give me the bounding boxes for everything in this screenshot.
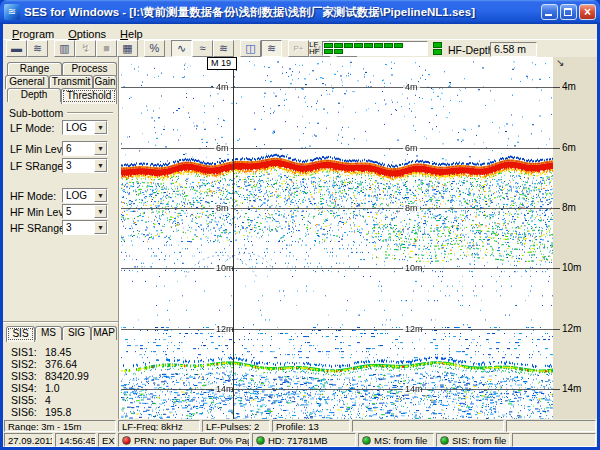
view-hf-button[interactable]: ≈ [192,40,213,57]
survey-stop-icon: ▬ [11,43,22,54]
combo-lf-mode[interactable]: LOG▼ [62,120,108,135]
hf-level-bar [324,49,426,54]
close-button[interactable]: × [579,4,596,20]
event-marker-label: M 19 [207,57,237,70]
sound-button[interactable]: ≋ [213,40,234,57]
sis-row-value: 1.0 [45,382,60,394]
status-text: LF-Freq: 8kHz [122,421,183,432]
tab-sig[interactable]: SIG [62,326,91,340]
split-view-button[interactable]: ◫ [240,40,261,57]
chevron-down-icon[interactable]: ▼ [94,189,107,202]
tab-sis[interactable]: SIS [6,326,35,342]
status-cell-empty [506,420,596,432]
tab-transmit[interactable]: Transmit [49,75,93,89]
level-led [334,43,343,48]
panel-divider [3,321,118,323]
app-icon: ≋ [4,4,20,20]
status-cell: Range: 3m - 15m [4,420,116,432]
sis-row-value: 18.45 [45,346,71,358]
depth-tick-label: 12m [562,323,581,334]
depth-tick [553,148,560,149]
combo-lf-min-level[interactable]: 6▼ [62,141,108,156]
depth-tick-label: 10m [562,262,581,273]
minimize-button[interactable] [541,4,558,20]
status-bar-1: Range: 3m - 15mLF-Freq: 8kHzLF-Pulses: 2… [3,420,597,432]
status-cell: LF-Freq: 8kHz [118,420,200,432]
survey-stop-button[interactable]: ▬ [6,40,27,57]
status-text: Range: 3m - 15m [8,421,81,432]
tab-map[interactable]: MAP [91,326,117,340]
trigger-button: ↯ [75,40,96,57]
depth-tick-label: 8m [562,202,576,213]
hf-label: HF [309,48,320,55]
open-file-button[interactable]: ▥ [54,40,75,57]
echo-record-icon: ≋ [33,43,42,54]
chevron-down-icon[interactable]: ▼ [94,221,107,234]
combo-hf-min-level[interactable]: 5▼ [62,204,108,219]
tab-ms[interactable]: MS [35,326,62,340]
status-cell: EXT [98,433,116,447]
status-cell: Profile: 13 [272,420,350,432]
depth-scale-margin: ↘ 4m6m8m10m12m14m [553,57,597,419]
menu-options[interactable]: Options [61,27,113,41]
status-text: PRN: no paper Buf: 0% Page: 0 [134,435,250,446]
status-cell: 14:56:45 [55,433,96,447]
view-lf-button[interactable]: ∿ [171,40,192,57]
multi-trace-button[interactable]: ≋ [261,40,282,57]
field-label: HF SRange: [10,222,68,234]
echo-record-button[interactable]: ≋ [27,40,48,57]
print-button[interactable]: ▦ [117,40,138,57]
sis-row-label: SIS4: [11,382,37,394]
lfhf-indicator-labels: LF HF [309,41,320,55]
echogram-canvas[interactable] [121,57,553,419]
hf-depth-value: 6.58 m [490,42,537,57]
menu-bar: ProgramOptionsHelp [3,24,597,40]
chevron-down-icon[interactable]: ▼ [94,121,107,134]
level-led [344,43,353,48]
status-text: SIS: from file [452,435,506,446]
open-file-icon: ▥ [59,43,69,54]
multi-trace-icon: ≋ [267,43,276,54]
profile-add-icon: P+ [293,43,303,54]
status-cell: PRN: no paper Buf: 0% Page: 0 [118,433,250,447]
chevron-down-icon[interactable]: ▼ [94,159,107,172]
menu-program[interactable]: Program [5,27,61,41]
chevron-down-icon[interactable]: ▼ [94,142,107,155]
level-led [384,43,393,48]
aux-green-led [433,49,442,55]
chevron-down-icon[interactable]: ▼ [94,205,107,218]
combo-hf-srange[interactable]: 3▼ [62,220,108,235]
app-window: ≋ SES for Windows - [I:\黄前测量数据备份\浅剖数据\浅剖… [0,0,600,450]
depth-tick-label: 4m [562,81,576,92]
sis-row-label: SIS3: [11,370,37,382]
green-led-icon [440,436,449,445]
sis-row-label: SIS6: [11,406,37,418]
field-label: LF Mode: [10,122,54,134]
field-label: HF Mode: [10,190,56,202]
profile-add-button: P+ [288,40,309,57]
close-icon: × [580,5,595,19]
tab-range[interactable]: Range [7,62,62,76]
status-text: HD: 71781MB [268,435,328,446]
window-title: SES for Windows - [I:\黄前测量数据备份\浅剖数据\浅剖厂家… [24,5,541,20]
tab-threshold[interactable]: Threshold [61,88,117,104]
lf-level-bar [324,43,426,48]
combo-hf-mode[interactable]: LOG▼ [62,188,108,203]
tab-general[interactable]: General [5,75,49,89]
print-icon: ▦ [122,43,132,54]
combo-lf-srange[interactable]: 3▼ [62,158,108,173]
client-area: ProgramOptionsHelp ▬≋▥↯■▦%∿≈≋◫≋P+M↓↖ LF … [3,24,597,447]
tab-gain[interactable]: Gain [93,75,117,89]
status-text: EXT [102,435,116,446]
tab-process[interactable]: Process [62,62,117,76]
status-cell: MS: from file [358,433,434,447]
minimize-icon [545,14,552,16]
tab-depth[interactable]: Depth [7,88,61,102]
depth-tick [553,208,560,209]
trigger-icon: ↯ [81,43,90,54]
menu-help[interactable]: Help [113,27,150,41]
maximize-button[interactable] [560,4,577,20]
maximize-icon [564,8,572,16]
scale-percent-button[interactable]: % [144,40,165,57]
combo-value: LOG [66,121,87,134]
